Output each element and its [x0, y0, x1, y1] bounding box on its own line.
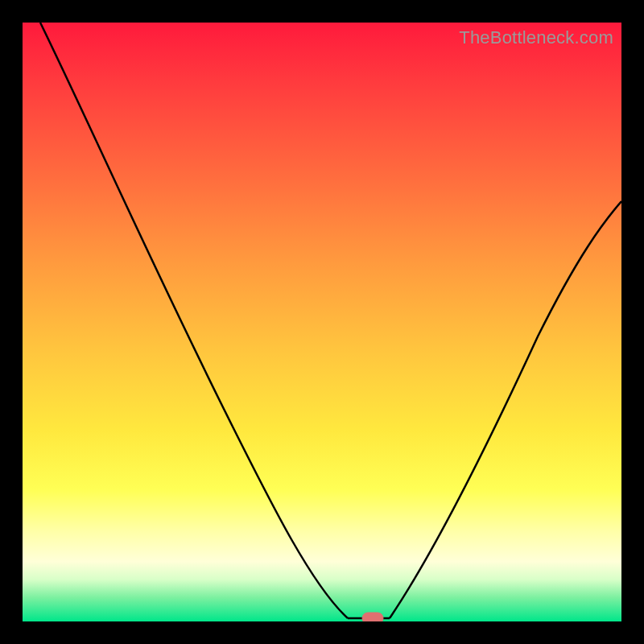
- minimum-marker: [362, 613, 383, 621]
- bottleneck-curve: [23, 23, 621, 621]
- curve-right-branch: [390, 201, 621, 618]
- chart-plot-area: TheBottleneck.com: [23, 23, 621, 621]
- curve-left-branch: [40, 23, 348, 618]
- watermark-text: TheBottleneck.com: [459, 27, 613, 48]
